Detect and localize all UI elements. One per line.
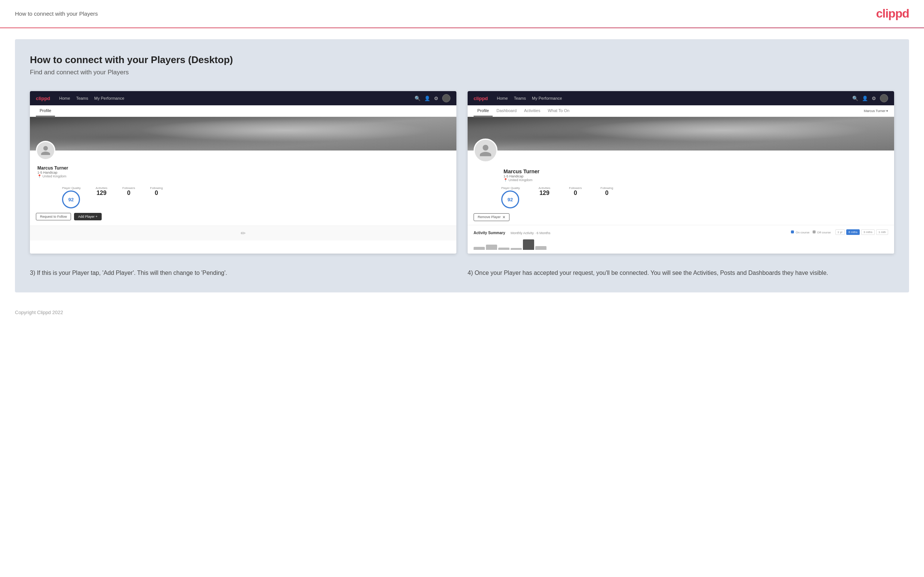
left-activities-value: 129 xyxy=(97,190,107,197)
page-breadcrumb: How to connect with your Players xyxy=(15,10,98,17)
right-following-stat: Following 0 xyxy=(601,186,613,197)
right-nav-performance[interactable]: My Performance xyxy=(532,96,562,100)
right-followers-label: Followers xyxy=(569,186,582,190)
left-following-label: Following xyxy=(150,186,163,190)
right-banner xyxy=(468,117,894,150)
globe-icon[interactable] xyxy=(442,94,451,102)
description-right: 4) Once your Player has accepted your re… xyxy=(468,269,894,277)
left-nav-icons: 🔍 👤 ⚙ xyxy=(415,94,451,102)
search-icon-right[interactable]: 🔍 xyxy=(852,96,858,101)
remove-player-button[interactable]: Remove Player ✕ xyxy=(473,213,509,221)
on-course-legend: On course xyxy=(791,230,809,234)
settings-icon-right[interactable]: ⚙ xyxy=(872,96,876,101)
right-buttons-area: Remove Player ✕ xyxy=(468,213,894,225)
right-tab-activities[interactable]: Activities xyxy=(520,105,544,116)
right-player-handicap: 1-5 Handicap xyxy=(504,174,888,178)
main-content: How to connect with your Players (Deskto… xyxy=(15,39,909,292)
on-course-dot xyxy=(791,230,794,234)
right-nav-teams[interactable]: Teams xyxy=(514,96,526,100)
clippd-logo: clippd xyxy=(876,7,909,21)
left-profile-details: Marcus Turner 1-5 Handicap 📍 United King… xyxy=(36,154,451,178)
right-following-label: Following xyxy=(601,186,613,190)
right-quality-section: Player Quality 92 xyxy=(501,186,520,208)
right-following-value: 0 xyxy=(605,190,609,197)
search-icon[interactable]: 🔍 xyxy=(415,96,420,101)
left-buttons-row: Request to Follow Add Player + xyxy=(30,213,456,226)
filter-3mths[interactable]: 3 mths xyxy=(861,229,875,235)
left-following-value: 0 xyxy=(155,190,158,197)
right-tabs-bar: Profile Dashboard Activities What To On … xyxy=(468,105,894,117)
left-followers-stat: Followers 0 xyxy=(122,186,135,197)
right-navbar: clippd Home Teams My Performance 🔍 👤 ⚙ xyxy=(468,91,894,105)
top-bar: How to connect with your Players clippd xyxy=(0,0,924,28)
chart-bar-5 xyxy=(523,239,534,250)
left-navbar: clippd Home Teams My Performance 🔍 👤 ⚙ xyxy=(30,91,456,105)
avatar-icon xyxy=(40,145,51,156)
right-activity-controls: On course Off course 1 yr 6 mths 3 mths xyxy=(791,229,888,235)
time-filters: 1 yr 6 mths 3 mths 1 mth xyxy=(835,229,888,235)
right-activity-title: Activity Summary xyxy=(473,231,505,235)
left-nav-teams[interactable]: Teams xyxy=(76,96,88,100)
close-icon: ✕ xyxy=(502,215,506,219)
right-tab-dashboard[interactable]: Dashboard xyxy=(493,105,520,116)
left-tabs: Profile xyxy=(30,105,456,117)
right-player-name: Marcus Turner xyxy=(504,168,888,174)
filter-1mth[interactable]: 1 mth xyxy=(876,229,888,235)
screenshot-right: clippd Home Teams My Performance 🔍 👤 ⚙ P… xyxy=(468,91,894,253)
left-profile-info: Marcus Turner 1-5 Handicap 📍 United King… xyxy=(30,150,456,184)
right-activity-summary: Activity Summary Monthly Activity · 6 Mo… xyxy=(468,225,894,253)
left-activities-label: Activities xyxy=(96,186,108,190)
location-icon-right: 📍 xyxy=(504,178,507,182)
add-player-button[interactable]: Add Player + xyxy=(74,213,102,220)
page-subtitle: Find and connect with your Players xyxy=(30,69,894,76)
profile-icon[interactable]: 👤 xyxy=(424,96,430,101)
left-edit-area: ✏ xyxy=(30,226,456,240)
remove-player-label: Remove Player xyxy=(478,215,501,219)
right-nav-logo: clippd xyxy=(473,96,488,101)
right-activity-header: Activity Summary Monthly Activity · 6 Mo… xyxy=(473,229,888,236)
description-left: 3) If this is your Player tap, 'Add Play… xyxy=(30,269,456,277)
right-activity-subtitle: Monthly Activity · 6 Months xyxy=(510,231,551,235)
edit-icon[interactable]: ✏ xyxy=(241,230,246,237)
right-followers-stat: Followers 0 xyxy=(569,186,582,197)
left-following-stat: Following 0 xyxy=(150,186,163,197)
left-banner-image xyxy=(30,117,456,150)
left-followers-value: 0 xyxy=(127,190,131,197)
left-activities-stat: Activities 129 xyxy=(96,186,108,197)
left-player-handicap: 1-5 Handicap xyxy=(37,171,451,174)
right-activities-stat: Activities 129 xyxy=(539,186,551,197)
activity-chart xyxy=(473,239,888,250)
left-quality-section: Player Quality 92 xyxy=(62,186,81,208)
copyright-text: Copyright Clippd 2022 xyxy=(15,309,63,315)
left-player-country: 📍 United Kingdom xyxy=(37,174,451,178)
footer: Copyright Clippd 2022 xyxy=(0,304,924,321)
right-nav-home[interactable]: Home xyxy=(497,96,507,100)
right-followers-value: 0 xyxy=(574,190,577,197)
profile-icon-right[interactable]: 👤 xyxy=(862,96,868,101)
left-tab-profile[interactable]: Profile xyxy=(36,105,55,116)
chart-bar-4 xyxy=(510,248,522,250)
right-user-selector[interactable]: Marcus Turner ▾ xyxy=(864,109,888,113)
right-player-country: 📍 United Kingdom xyxy=(504,178,888,182)
page-title: How to connect with your Players (Deskto… xyxy=(30,54,894,66)
right-activity-left: Activity Summary Monthly Activity · 6 Mo… xyxy=(473,229,550,236)
off-course-legend: Off course xyxy=(813,230,831,234)
left-quality-label: Player Quality xyxy=(62,186,81,190)
right-tab-profile[interactable]: Profile xyxy=(473,105,493,116)
screenshot-left: clippd Home Teams My Performance 🔍 👤 ⚙ P… xyxy=(30,91,456,253)
settings-icon[interactable]: ⚙ xyxy=(434,96,438,101)
right-tab-what-to-on[interactable]: What To On xyxy=(544,105,573,116)
filter-1yr[interactable]: 1 yr xyxy=(835,229,845,235)
chevron-down-icon: ▾ xyxy=(886,109,888,113)
left-banner xyxy=(30,117,456,150)
right-activities-value: 129 xyxy=(540,190,549,197)
left-avatar xyxy=(36,141,55,160)
filter-6mths[interactable]: 6 mths xyxy=(846,229,860,235)
left-nav-performance[interactable]: My Performance xyxy=(94,96,124,100)
activity-legend: On course Off course xyxy=(791,230,830,234)
right-tabs: Profile Dashboard Activities What To On xyxy=(473,105,573,116)
request-follow-button[interactable]: Request to Follow xyxy=(36,213,71,220)
globe-icon-right[interactable] xyxy=(880,94,888,102)
left-nav-home[interactable]: Home xyxy=(59,96,70,100)
left-nav-logo: clippd xyxy=(36,96,50,101)
